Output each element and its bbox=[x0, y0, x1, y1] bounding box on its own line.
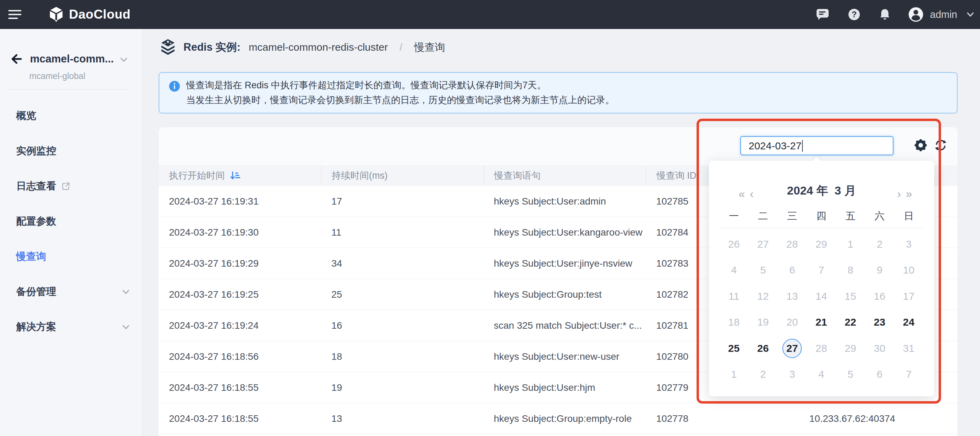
breadcrumb-type: Redis 实例: bbox=[183, 40, 240, 54]
sidebar-item-label: 实例监控 bbox=[16, 144, 56, 158]
weekday-row: 一二三四五六日 bbox=[719, 204, 924, 228]
menu-toggle-icon[interactable] bbox=[8, 10, 22, 19]
day-cell: 11 bbox=[719, 283, 749, 309]
next-month-icon[interactable]: › bbox=[897, 188, 901, 199]
refresh-icon[interactable] bbox=[933, 138, 948, 154]
column-header-label: 执行开始时间 bbox=[169, 169, 225, 182]
day-cell: 4 bbox=[719, 257, 749, 283]
svg-text:?: ? bbox=[852, 10, 857, 19]
help-icon[interactable]: ? bbox=[847, 8, 861, 21]
day-cell: 28 bbox=[807, 335, 836, 361]
gear-icon[interactable] bbox=[913, 138, 928, 154]
sidebar-item-solutions[interactable]: 解决方案 bbox=[0, 309, 142, 345]
brand[interactable]: DaoCloud bbox=[48, 6, 131, 22]
cell-time: 2024-03-27 16:19:29 bbox=[159, 258, 321, 269]
day-cell: 4 bbox=[807, 361, 836, 388]
sidebar-item-overview[interactable]: 概览 bbox=[0, 98, 142, 134]
cell-duration: 18 bbox=[321, 351, 484, 362]
day-cell: 31 bbox=[894, 335, 923, 361]
day-cell: 9 bbox=[865, 257, 894, 283]
navbar-right: ? admin bbox=[816, 6, 975, 22]
sidebar-item-config[interactable]: 配置参数 bbox=[0, 204, 142, 239]
text-caret bbox=[802, 140, 803, 152]
cell-duration: 16 bbox=[321, 320, 484, 331]
sidebar-item-label: 备份管理 bbox=[16, 285, 56, 299]
day-cell: 3 bbox=[778, 361, 807, 388]
external-link-icon bbox=[61, 181, 71, 191]
day-cell: 7 bbox=[894, 361, 923, 388]
avatar[interactable] bbox=[908, 6, 924, 22]
day-cell: 17 bbox=[894, 283, 923, 309]
sidebar-item-label: 日志查看 bbox=[16, 179, 56, 193]
cell-time: 2024-03-27 16:18:55 bbox=[159, 382, 321, 393]
user-menu-chevron-icon[interactable] bbox=[966, 10, 975, 19]
day-cell: 6 bbox=[778, 257, 807, 283]
day-cell: 10 bbox=[894, 257, 923, 283]
instance-selector-chevron-icon[interactable] bbox=[119, 54, 129, 65]
selected-day-circle: 27 bbox=[783, 339, 802, 358]
cell-query: hkeys Subject:User:new-user bbox=[484, 351, 646, 362]
column-header-label: 持续时间(ms) bbox=[332, 169, 388, 182]
day-cell[interactable]: 24 bbox=[894, 309, 923, 336]
sort-descending-icon[interactable] bbox=[230, 170, 241, 181]
calendar-title: 2024 年 3 月 bbox=[787, 183, 856, 199]
table-toolbar: 2024-03-27 bbox=[159, 127, 958, 165]
sidebar-item-slowquery[interactable]: 慢查询 bbox=[0, 239, 142, 274]
weekday-label: 一 bbox=[719, 209, 749, 223]
sidebar-item-label: 解决方案 bbox=[16, 320, 56, 334]
brand-name: DaoCloud bbox=[69, 7, 131, 22]
day-cell[interactable]: 23 bbox=[865, 309, 894, 336]
date-filter-value: 2024-03-27 bbox=[749, 140, 801, 152]
column-header-label: 慢查询语句 bbox=[494, 169, 541, 182]
chevron-down-icon bbox=[121, 286, 131, 297]
breadcrumb-separator: / bbox=[400, 41, 402, 53]
next-year-icon[interactable]: » bbox=[906, 188, 912, 199]
cell-time: 2024-03-27 16:18:56 bbox=[159, 351, 321, 362]
day-cell: 6 bbox=[865, 361, 894, 388]
sidebar-item-backup[interactable]: 备份管理 bbox=[0, 274, 142, 309]
day-cell: 20 bbox=[778, 309, 807, 336]
cell-duration: 25 bbox=[321, 289, 484, 300]
instance-selector[interactable]: mcamel-comm... bbox=[30, 53, 114, 65]
cell-query: hkeys Subject:User:admin bbox=[484, 196, 646, 207]
day-cell[interactable]: 26 bbox=[749, 335, 778, 361]
date-filter-input[interactable]: 2024-03-27 bbox=[740, 136, 893, 155]
day-cell: 5 bbox=[836, 361, 865, 388]
day-cell-selected[interactable]: 27 bbox=[778, 335, 807, 361]
weekday-label: 日 bbox=[894, 209, 923, 223]
day-cell: 14 bbox=[807, 283, 836, 309]
calendar-nav-left: « ‹ bbox=[739, 188, 753, 199]
column-header: 持续时间(ms) bbox=[321, 165, 484, 186]
day-cell: 2 bbox=[865, 231, 894, 257]
day-cell: 27 bbox=[749, 231, 778, 257]
cell-time: 2024-03-27 16:19:24 bbox=[159, 320, 321, 331]
navbar-left: DaoCloud bbox=[8, 6, 131, 22]
cell-time: 2024-03-27 16:18:55 bbox=[159, 413, 321, 424]
sidebar-item-label: 慢查询 bbox=[16, 250, 46, 264]
day-cell[interactable]: 22 bbox=[836, 309, 865, 336]
weekday-label: 三 bbox=[778, 209, 807, 223]
info-alert-text: 慢查询是指在 Redis 中执行事件超过指定时长的查询。慢查询记录默认保存时间为… bbox=[186, 78, 614, 108]
day-cell[interactable]: 21 bbox=[807, 309, 836, 336]
breadcrumb-instance: mcamel-common-redis-cluster bbox=[249, 41, 388, 53]
prev-month-icon[interactable]: ‹ bbox=[750, 188, 753, 199]
bell-icon[interactable] bbox=[878, 8, 892, 21]
day-cell: 1 bbox=[719, 361, 749, 388]
day-cell: 18 bbox=[719, 309, 749, 336]
column-header: 执行开始时间 bbox=[159, 165, 321, 186]
column-header-label: 慢查询 ID bbox=[657, 169, 697, 182]
info-alert-line2: 当发生主从切换时，慢查询记录会切换到新主节点的日志，历史的慢查询记录也将为新主节… bbox=[186, 93, 614, 108]
sidebar-item-logs[interactable]: 日志查看 bbox=[0, 169, 142, 204]
shell: mcamel-comm... mcamel-global 概览实例监控日志查看配… bbox=[0, 29, 980, 436]
chat-icon[interactable] bbox=[816, 8, 830, 21]
daocloud-logo-icon bbox=[48, 6, 64, 22]
date-picker-popup: « ‹ 2024 年 3 月 › » 一二三四五六日 2627282912345… bbox=[709, 161, 934, 396]
day-cell: 5 bbox=[749, 257, 778, 283]
day-cell[interactable]: 25 bbox=[719, 335, 749, 361]
prev-year-icon[interactable]: « bbox=[739, 188, 745, 199]
back-arrow-icon[interactable] bbox=[9, 52, 23, 66]
chevron-down-icon bbox=[121, 322, 131, 332]
sidebar-item-monitor[interactable]: 实例监控 bbox=[0, 134, 142, 169]
day-cell: 16 bbox=[865, 283, 894, 309]
calendar-header: « ‹ 2024 年 3 月 › » bbox=[709, 161, 934, 199]
